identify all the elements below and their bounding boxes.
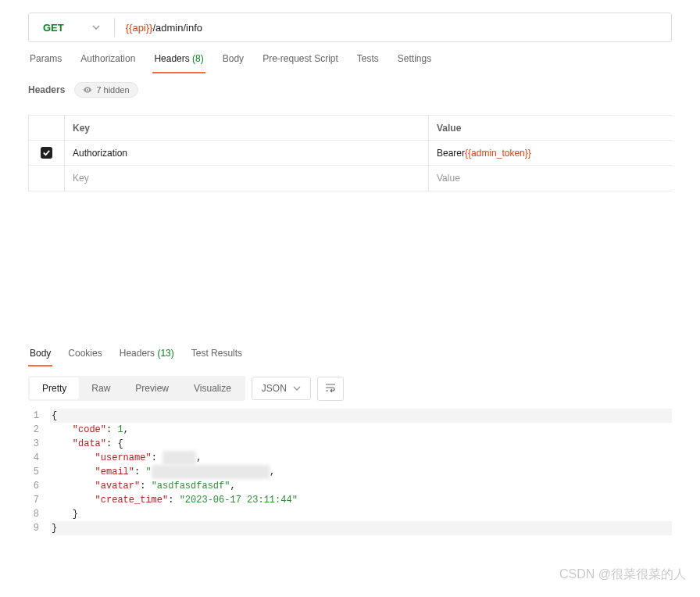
tab-settings[interactable]: Settings: [396, 53, 433, 73]
col-key: Key: [65, 116, 429, 140]
tab-headers[interactable]: Headers (8): [152, 53, 205, 73]
col-check: [29, 116, 65, 140]
line-number: 2: [28, 423, 50, 437]
resp-tab-cookies[interactable]: Cookies: [66, 348, 103, 366]
value-prefix: Bearer: [437, 148, 465, 159]
response-section: Body Cookies Headers (13) Test Results P…: [0, 348, 700, 535]
url-variable: {{api}}: [126, 22, 153, 34]
value-placeholder[interactable]: Value: [429, 166, 672, 191]
hidden-label: 7 hidden: [96, 85, 129, 95]
view-mode-pretty[interactable]: Pretty: [30, 377, 79, 399]
tab-tests[interactable]: Tests: [355, 53, 380, 73]
resp-tab-headers-label: Headers: [120, 348, 155, 359]
table-row-empty: Key Value: [29, 166, 672, 191]
code-line: 8 }: [28, 507, 672, 521]
method-select[interactable]: GET: [29, 13, 114, 41]
tab-headers-label: Headers: [154, 53, 189, 64]
view-mode-preview[interactable]: Preview: [123, 377, 181, 399]
svg-point-0: [87, 89, 88, 91]
response-toolbar: Pretty Raw Preview Visualize JSON: [28, 376, 672, 401]
view-modes: Pretty Raw Preview Visualize: [28, 376, 245, 401]
line-content: }: [50, 521, 672, 535]
line-number: 1: [28, 409, 50, 423]
tab-pre-request[interactable]: Pre-request Script: [261, 53, 340, 73]
headers-table: Key Value Authorization Bearer {{admin_t…: [28, 115, 672, 191]
code-line: 6 "avatar": "asdfasdfasdf",: [28, 479, 672, 493]
format-label: JSON: [262, 383, 287, 394]
tab-params[interactable]: Params: [28, 53, 63, 73]
url-path: /admin/info: [152, 22, 202, 34]
line-number: 5: [28, 465, 50, 479]
row-check-cell[interactable]: [29, 141, 65, 165]
value-variable: {{admin_token}}: [465, 148, 531, 159]
code-line: 1{: [28, 409, 672, 423]
response-body[interactable]: 1{2 "code": 1,3 "data": {4 "username": x…: [28, 409, 672, 535]
line-number: 8: [28, 507, 50, 521]
line-number: 4: [28, 451, 50, 465]
tab-body[interactable]: Body: [221, 53, 245, 73]
request-bar: GET {{api}}/admin/info: [28, 13, 672, 42]
line-content: "data": {: [50, 437, 672, 451]
line-number: 3: [28, 437, 50, 451]
section-title-row: Headers 7 hidden: [28, 82, 672, 98]
code-line: 7 "create_time": "2023-06-17 23:11:44": [28, 493, 672, 507]
code-line: 5 "email": "xxxxxxxxxxxxxxxxxxxxx,: [28, 465, 672, 479]
resp-tab-body[interactable]: Body: [28, 348, 52, 366]
tab-headers-count: (8): [192, 53, 204, 64]
code-line: 3 "data": {: [28, 437, 672, 451]
headers-title: Headers: [28, 84, 65, 95]
line-content: "create_time": "2023-06-17 23:11:44": [50, 493, 672, 507]
request-tabs: Params Authorization Headers (8) Body Pr…: [0, 42, 700, 74]
code-line: 2 "code": 1,: [28, 423, 672, 437]
method-label: GET: [43, 22, 64, 34]
format-select[interactable]: JSON: [252, 377, 311, 400]
headers-section: Headers 7 hidden: [0, 74, 700, 105]
view-mode-visualize[interactable]: Visualize: [181, 377, 244, 399]
url-input[interactable]: {{api}}/admin/info: [115, 22, 671, 34]
key-placeholder[interactable]: Key: [65, 166, 429, 191]
resp-tab-headers[interactable]: Headers (13): [118, 348, 176, 366]
eye-icon: [83, 85, 92, 95]
line-content: }: [50, 507, 672, 521]
row-key[interactable]: Authorization: [65, 141, 429, 165]
line-content: "code": 1,: [50, 423, 672, 437]
chevron-down-icon: [293, 384, 301, 392]
hidden-badge[interactable]: 7 hidden: [74, 82, 138, 98]
resp-tab-test-results[interactable]: Test Results: [190, 348, 244, 366]
code-line: 9}: [28, 521, 672, 535]
line-content: "avatar": "asdfasdfasdf",: [50, 479, 672, 493]
row-check-cell-empty[interactable]: [29, 166, 65, 191]
line-number: 9: [28, 521, 50, 535]
table-header-row: Key Value: [29, 116, 672, 141]
line-number: 7: [28, 493, 50, 507]
view-mode-raw[interactable]: Raw: [79, 377, 123, 399]
line-content: {: [50, 409, 672, 423]
line-content: "email": "xxxxxxxxxxxxxxxxxxxxx,: [50, 465, 672, 479]
table-row: Authorization Bearer {{admin_token}}: [29, 141, 672, 166]
col-value: Value: [429, 116, 672, 140]
wrap-lines-button[interactable]: [317, 377, 344, 401]
line-content: "username": xxxxxx,: [50, 451, 672, 465]
row-value[interactable]: Bearer {{admin_token}}: [429, 141, 672, 165]
tab-authorization[interactable]: Authorization: [79, 53, 137, 73]
chevron-down-icon: [92, 22, 100, 34]
line-number: 6: [28, 479, 50, 493]
code-line: 4 "username": xxxxxx,: [28, 451, 672, 465]
response-tabs: Body Cookies Headers (13) Test Results: [28, 348, 672, 366]
checkbox-checked[interactable]: [41, 147, 52, 159]
resp-tab-headers-count: (13): [157, 348, 173, 359]
